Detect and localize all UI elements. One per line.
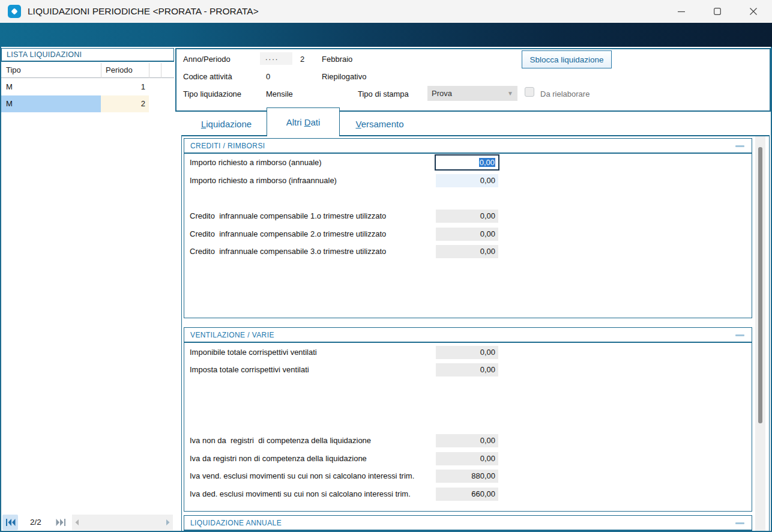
- field-label: Iva non da registri di competenza della …: [190, 434, 371, 448]
- minimize-button[interactable]: [668, 0, 695, 23]
- field-row: Importo richiesto a rimborso (infraannua…: [184, 174, 752, 188]
- section-header: CREDITI / RIMBORSI: [184, 139, 752, 154]
- da-rielaborare-label: Da rielaborare: [540, 88, 590, 101]
- form-section: VENTILAZIONE / VARIE Imponibile totale c…: [184, 327, 752, 512]
- field-row: Iva vend. esclusi movimenti su cui non s…: [184, 469, 752, 483]
- tab-bar: LiquidazioneAltri DatiVersamento: [186, 112, 420, 136]
- collapse-section-icon[interactable]: [735, 334, 744, 336]
- column-divider: [161, 63, 161, 78]
- table-row[interactable]: M 2: [1, 95, 174, 112]
- section-title: CREDITI / RIMBORSI: [190, 142, 265, 150]
- field-value-input: 0,00: [436, 210, 498, 223]
- field-label: Imponibile totale corrispettivi ventilat…: [190, 345, 317, 360]
- field-value-input: 0,00: [436, 363, 498, 376]
- periodo-value: 2: [300, 53, 304, 66]
- section-header: VENTILAZIONE / VARIE: [184, 328, 752, 343]
- mese-value: Febbraio: [322, 53, 352, 66]
- minimize-icon: [678, 8, 685, 15]
- first-record-icon: [5, 518, 16, 527]
- column-divider: [101, 63, 101, 78]
- last-record-button[interactable]: [53, 515, 68, 530]
- collapse-section-icon[interactable]: [735, 522, 744, 524]
- field-label: Importo richiesto a rimborso (infraannua…: [190, 174, 337, 188]
- field-row: Iva non da registri di competenza della …: [184, 434, 752, 448]
- field-label: Credito infrannuale compensabile 3.o tri…: [190, 244, 386, 259]
- tipo-stampa-select[interactable]: Prova ▼: [427, 86, 517, 101]
- horizontal-scrollbar[interactable]: [72, 515, 173, 530]
- field-label: Iva vend. esclusi movimenti su cui non s…: [190, 469, 414, 483]
- table-row[interactable]: M 1: [1, 79, 174, 95]
- cell-extra: [149, 79, 161, 95]
- field-value-input: 0,00: [436, 245, 498, 258]
- da-rielaborare-checkbox[interactable]: [525, 87, 534, 97]
- cell-tipo: M: [1, 95, 101, 112]
- field-value-input: 0,00: [436, 346, 498, 359]
- app-logo-icon: [8, 5, 21, 20]
- field-value-input[interactable]: 0,00: [435, 154, 499, 171]
- column-divider: [149, 63, 149, 78]
- field-value-input: 880,00: [436, 470, 498, 483]
- collapse-section-icon[interactable]: [735, 145, 744, 147]
- tab-versamento[interactable]: Versamento: [340, 112, 420, 136]
- field-value-input: 0,00: [436, 434, 498, 447]
- codice-attivita-value: 0: [266, 70, 270, 83]
- field-row: Iva da registri non di competenza della …: [184, 452, 752, 466]
- scroll-left-icon[interactable]: [74, 519, 79, 526]
- anno-periodo-label: Anno/Periodo: [183, 53, 231, 66]
- field-row: Credito infrannuale compensabile 1.o tri…: [184, 209, 752, 223]
- field-row: Imponibile totale corrispettivi ventilat…: [184, 345, 752, 360]
- close-button[interactable]: [740, 0, 767, 23]
- field-row: Importo richiesto a rimborso (annuale) 0…: [184, 156, 752, 170]
- sidebar-panel: LISTA LIQUIDAZIONI Tipo Periodo M 1 M 2 …: [1, 47, 174, 531]
- column-header-periodo: Periodo: [106, 65, 133, 74]
- first-record-button[interactable]: [2, 515, 18, 530]
- field-row: Credito infrannuale compensabile 3.o tri…: [184, 244, 752, 259]
- form-section: CREDITI / RIMBORSI Importo richiesto a r…: [184, 138, 752, 318]
- field-label: Iva da registri non di competenza della …: [190, 452, 367, 466]
- column-header-tipo: Tipo: [6, 65, 21, 74]
- field-label: Importo richiesto a rimborso (annuale): [190, 156, 322, 170]
- codice-attivita-descrizione: Riepilogativo: [322, 70, 366, 83]
- vertical-scrollbar[interactable]: [755, 136, 765, 532]
- field-row: Credito infrannuale compensabile 2.o tri…: [184, 227, 752, 241]
- list-title-box: LISTA LIQUIDAZIONI: [1, 48, 174, 62]
- tipo-stampa-value: Prova: [432, 89, 452, 98]
- tipo-liquidazione-label: Tipo liquidazione: [183, 88, 241, 101]
- tipo-liquidazione-value: Mensile: [266, 88, 293, 101]
- tipo-stampa-label: Tipo di stampa: [358, 88, 409, 101]
- field-value-input: 0,00: [436, 228, 498, 241]
- scroll-right-icon[interactable]: [166, 519, 170, 526]
- field-label: Credito infrannuale compensabile 2.o tri…: [190, 227, 386, 241]
- scrollbar-thumb[interactable]: [758, 147, 762, 423]
- list-title: LISTA LIQUIDAZIONI: [7, 50, 82, 59]
- tab-altri-dati[interactable]: Altri Dati: [267, 107, 340, 136]
- field-value-input: 660,00: [436, 488, 498, 501]
- sblocca-liquidazione-button[interactable]: Sblocca liquidazione: [522, 50, 612, 68]
- cell-extra: [149, 95, 161, 112]
- liquidazioni-table-body: M 1 M 2: [1, 79, 174, 112]
- form-section: LIQUIDAZIONE ANNUALE: [184, 515, 752, 532]
- last-record-icon: [56, 518, 66, 527]
- section-header: LIQUIDAZIONE ANNUALE: [184, 516, 752, 531]
- cell-periodo: 2: [101, 95, 149, 112]
- window-border-left: [0, 47, 1, 532]
- anno-field[interactable]: ....: [260, 52, 292, 65]
- field-value-input: 0,00: [436, 452, 498, 465]
- tab-liquidazione[interactable]: Liquidazione: [186, 112, 267, 136]
- cell-periodo: 1: [101, 79, 149, 95]
- maximize-button[interactable]: [704, 0, 731, 23]
- field-row: Iva ded. esclusi movimenti su cui non si…: [184, 487, 752, 501]
- toolbar: ▾ ? Esci: [0, 23, 772, 47]
- header-form-panel: Anno/Periodo .... 2 Febbraio Codice atti…: [175, 48, 771, 112]
- title-bar: LIQUIDAZIONI PERIODICHE <PRORATA - PRORA…: [0, 0, 772, 23]
- section-title: VENTILAZIONE / VARIE: [190, 331, 274, 339]
- field-value-input[interactable]: 0,00: [436, 174, 498, 187]
- section-title: LIQUIDAZIONE ANNUALE: [190, 519, 282, 527]
- cell-tipo: M: [1, 79, 101, 95]
- field-row: Imposta totale corrispettivi ventilati 0…: [184, 363, 752, 377]
- maximize-icon: [714, 8, 721, 15]
- close-icon: [750, 8, 757, 15]
- dropdown-caret-icon: ▼: [507, 86, 513, 101]
- codice-attivita-label: Codice attività: [183, 70, 232, 83]
- window-title: LIQUIDAZIONI PERIODICHE <PRORATA - PRORA…: [28, 0, 259, 23]
